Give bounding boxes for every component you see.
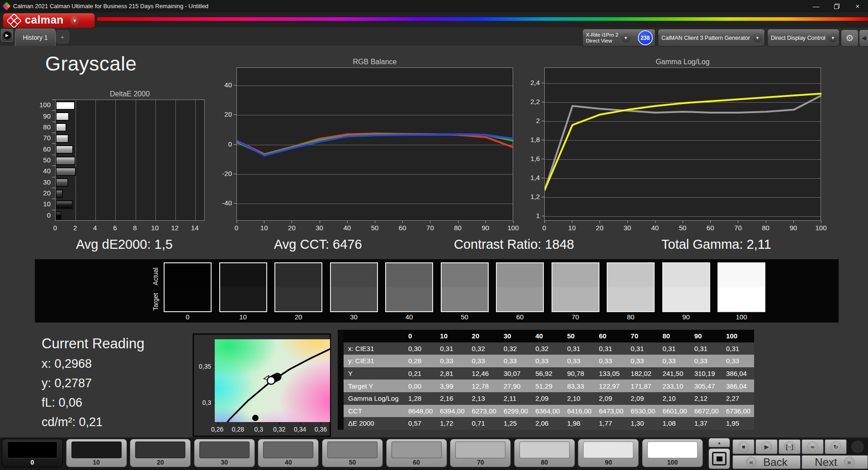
patch-label: 60	[387, 459, 447, 466]
play-icon: ▶	[761, 441, 772, 452]
next-button[interactable]: Next »	[802, 455, 868, 469]
table-cell: 0,32	[532, 342, 563, 355]
table-col-header-80: 80	[659, 330, 690, 342]
gamma-x-tick: 60	[701, 224, 719, 232]
cie-y-tick: 0,35	[197, 363, 211, 370]
patch-button-80[interactable]: 80	[514, 439, 575, 467]
cie-x-tick: 0,26	[208, 426, 226, 433]
patch-button-60[interactable]: 60	[386, 439, 447, 467]
table-cell: 6601,00	[659, 405, 690, 418]
deltae-bar-70	[56, 134, 69, 143]
patch-button-40[interactable]: 40	[258, 439, 319, 467]
pattern-generator-dropdown[interactable]: CalMAN Client 3 Pattern Generator ▼	[658, 29, 765, 47]
patch-button-90[interactable]: 90	[578, 439, 639, 467]
gridline	[545, 178, 821, 179]
display-control-dropdown[interactable]: Direct Display Control ▼	[767, 29, 840, 47]
cie-x-tick: 0,3	[250, 426, 268, 433]
tab-history-1[interactable]: History 1	[15, 28, 56, 46]
collapse-panel-button[interactable]: ◀	[859, 29, 868, 47]
swatch-actual	[442, 263, 488, 287]
back-button[interactable]: « Back	[732, 455, 801, 469]
tab-nav-button[interactable]: ▶	[1, 29, 13, 42]
table-cell: 1,08	[659, 417, 690, 430]
tick-mark	[542, 140, 544, 140]
table-cell: 0,33	[436, 355, 468, 367]
table-cell: 6416,00	[563, 405, 595, 418]
patch-label: 50	[322, 459, 382, 466]
refresh-button[interactable]: ↻	[825, 439, 847, 454]
table-col-header-30: 30	[500, 330, 532, 342]
restore-button[interactable]	[826, 0, 847, 12]
close-button[interactable]: ×	[847, 0, 868, 12]
gamma-y-tick: 2,4	[515, 79, 540, 86]
tick-mark	[513, 221, 514, 223]
table-cell: 12,78	[468, 380, 500, 392]
play-button[interactable]: ▶	[755, 439, 778, 454]
calman-logo-text: calman	[25, 14, 64, 26]
patch-button-0[interactable]: 0	[2, 439, 63, 467]
tick-mark	[52, 199, 55, 199]
deltae-bar-60	[56, 145, 73, 154]
deltae-bar-90	[56, 112, 69, 121]
rgb-x-tick: 60	[393, 224, 411, 232]
table-cell: 0,32	[468, 342, 500, 355]
calman-diamond-icon	[6, 13, 22, 28]
meter-count-badge[interactable]: 238	[638, 30, 653, 45]
meter-dropdown[interactable]: X-Rite i1Pro 2Direct View ▼ 238	[582, 29, 656, 47]
swatch-label-50: 50	[441, 313, 489, 321]
refresh-icon: ↻	[830, 441, 841, 452]
swatch-target	[497, 287, 543, 311]
patch-label: 40	[258, 459, 318, 466]
swatch-target	[552, 287, 599, 311]
pattern-generator-label: CalMAN Client 3 Pattern Generator	[661, 35, 750, 41]
table-cell: 133,05	[595, 367, 627, 380]
stop-button[interactable]: ■	[732, 439, 755, 454]
patch-button-30[interactable]: 30	[194, 439, 255, 467]
patch-button-20[interactable]: 20	[130, 439, 191, 467]
settings-button[interactable]: ⚙	[841, 29, 859, 47]
table-corner-cell	[344, 330, 405, 342]
expand-pattern-list-button[interactable]: ▲	[708, 438, 730, 447]
restore-icon	[834, 4, 840, 9]
tick-mark	[52, 155, 55, 155]
table-cell: 182,02	[627, 367, 659, 380]
cie-x-tick: 0,28	[229, 426, 247, 433]
patch-button-70[interactable]: 70	[450, 439, 511, 467]
table-cell: 56,92	[532, 367, 563, 380]
pattern-window-button[interactable]	[708, 448, 730, 469]
swatch-70	[552, 262, 599, 312]
tick-mark	[212, 366, 215, 367]
tick-mark	[821, 221, 821, 223]
loop-range-button[interactable]: [··]	[778, 439, 801, 454]
calman-menu-button[interactable]: calman ▼	[3, 13, 95, 28]
gridline	[545, 216, 821, 217]
add-tab-button[interactable]: +	[56, 30, 69, 43]
tick-mark	[52, 110, 55, 111]
tick-mark	[234, 203, 236, 204]
deltae-y-tick: 80	[31, 123, 51, 131]
patch-button-10[interactable]: 10	[66, 439, 127, 467]
patch-button-100[interactable]: 100	[642, 439, 703, 467]
tick-mark	[212, 403, 215, 404]
rgb-y-tick: -20	[208, 170, 232, 177]
minimize-button[interactable]: —	[806, 0, 826, 12]
avg-cct-readout: Avg CCT: 6476	[274, 237, 362, 252]
gamma-series	[545, 68, 821, 221]
table-cell: 6364,00	[532, 405, 563, 418]
table-col-header-50: 50	[563, 330, 595, 342]
infinity-button[interactable]: ∞	[802, 439, 824, 454]
gridline	[136, 100, 136, 220]
table-cell: 2,27	[722, 392, 754, 405]
swatch-actual	[331, 263, 377, 287]
table-col-header-90: 90	[691, 330, 722, 342]
table-row-label: Y	[344, 367, 405, 380]
tick-mark	[52, 210, 55, 210]
patch-button-50[interactable]: 50	[322, 439, 383, 467]
swatch-label-80: 80	[607, 313, 655, 321]
deltae-x-tick: 6	[108, 224, 122, 232]
deltae-x-tick: 2	[68, 224, 82, 232]
table-cell: 0,33	[563, 355, 595, 367]
deltae-plot	[55, 100, 205, 221]
tick-mark	[542, 216, 544, 216]
tick-mark	[234, 85, 236, 85]
